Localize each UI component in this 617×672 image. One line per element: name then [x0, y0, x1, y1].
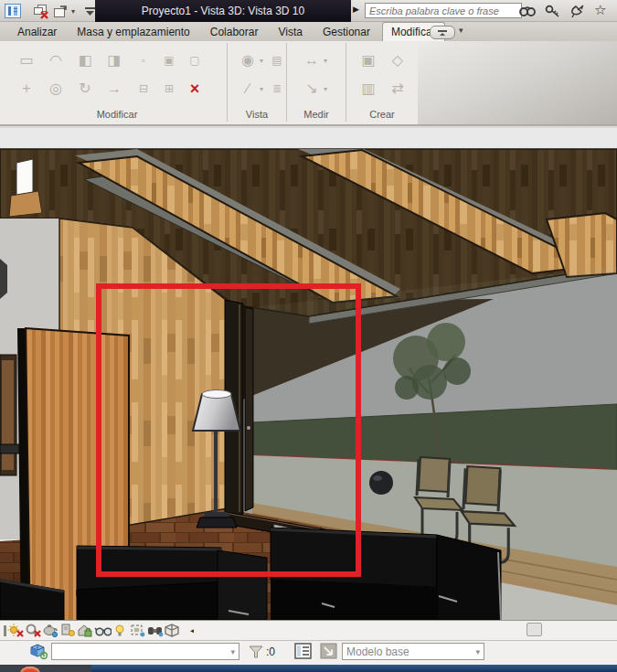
filter-icon[interactable]: [249, 645, 264, 659]
offset-tool[interactable]: ◎: [42, 77, 69, 101]
window-mullion[interactable]: [245, 307, 253, 511]
revit-window: ▾ Proyecto1 - Vista 3D: Vista 3D 10 ▶ ☆ …: [0, 0, 617, 672]
search-input[interactable]: [365, 3, 522, 18]
temporary-hide-isolate-icon[interactable]: [94, 623, 112, 639]
measure-between-caret[interactable]: ▾: [324, 85, 331, 93]
switch-windows-icon[interactable]: [51, 3, 69, 19]
shadows-off-icon[interactable]: [25, 623, 42, 639]
wall-joins-tool[interactable]: ▭: [13, 48, 40, 72]
key-icon[interactable]: [543, 3, 563, 19]
reveal-hidden-elements-icon[interactable]: [112, 623, 129, 639]
wall-detail-wood: [9, 191, 42, 217]
lamp-shade-top: [202, 390, 231, 399]
favorites-star-icon[interactable]: ☆: [594, 2, 606, 18]
lighting-tool[interactable]: ◉: [234, 48, 261, 72]
worksets-icon[interactable]: [30, 643, 48, 661]
switch-windows-caret[interactable]: ▾: [71, 7, 75, 16]
locked-3d-view-icon[interactable]: [77, 623, 94, 639]
align-tool[interactable]: →: [101, 77, 128, 101]
design-options-select[interactable]: Modelo base ▾: [342, 643, 484, 660]
window-title-text: Proyecto1 - Vista 3D: Vista 3D 10: [142, 5, 304, 17]
ribbon-empty-area: [418, 41, 617, 124]
taskbar-left-segment: [0, 665, 91, 672]
worksets-select[interactable]: ▾: [51, 643, 239, 660]
measure-between-tool[interactable]: ↘: [298, 77, 325, 101]
horizontal-scrollbar-track[interactable]: [194, 622, 617, 638]
worksets-caret[interactable]: ▾: [230, 647, 235, 656]
windows-taskbar: [0, 665, 617, 672]
scale-partial-icon[interactable]: [0, 623, 7, 639]
tab-masa-y-emplazamiento[interactable]: Masa y emplazamiento: [69, 23, 197, 41]
ribbon-state-toggle[interactable]: [430, 26, 455, 39]
lamp-pole: [214, 428, 218, 519]
array-tool[interactable]: ⊞: [155, 77, 183, 101]
title-expand-arrow[interactable]: ▶: [353, 5, 359, 14]
split-element-tool[interactable]: ▫: [130, 48, 157, 72]
move-tool[interactable]: +: [13, 77, 40, 101]
panel-label-modificar[interactable]: Modificar: [7, 109, 227, 120]
design-options-caret[interactable]: ▾: [475, 647, 480, 656]
measure-tool[interactable]: ↔: [298, 48, 325, 72]
rendering-dialog-icon[interactable]: [42, 623, 59, 639]
tab-vista[interactable]: Vista: [270, 23, 310, 41]
tab-analizar[interactable]: Analizar: [9, 23, 65, 41]
cope-tool[interactable]: ◠: [42, 48, 69, 72]
press-drag-icon[interactable]: [320, 643, 338, 660]
viewport-3d[interactable]: [0, 128, 617, 620]
create-parts-tool[interactable]: ⇄: [384, 77, 411, 101]
close-hidden-windows-icon[interactable]: [31, 3, 49, 19]
measure-caret[interactable]: ▾: [324, 57, 331, 65]
trim-extend-tool[interactable]: ▣: [155, 48, 183, 72]
join-geometry-tool[interactable]: ◨: [101, 48, 128, 72]
design-option-value: Modelo base: [346, 645, 410, 658]
create-similar-tool[interactable]: ◇: [384, 48, 411, 72]
horizontal-scrollbar-thumb[interactable]: [527, 623, 542, 636]
properties-palette-icon[interactable]: [294, 643, 313, 660]
view-cube-icon[interactable]: [164, 623, 181, 639]
panel-label-medir[interactable]: Medir: [287, 109, 346, 120]
wall-corner-shadow: [0, 259, 7, 299]
properties-icon[interactable]: [4, 3, 22, 19]
crop-region-size-icon[interactable]: [129, 623, 146, 639]
tab-gestionar[interactable]: Gestionar: [314, 23, 378, 41]
filter-count[interactable]: :0: [266, 645, 275, 658]
unpin-tool[interactable]: ▢: [181, 48, 208, 72]
ribbon-state-caret[interactable]: ▾: [459, 26, 463, 35]
mirror-tool[interactable]: ⊟: [130, 77, 157, 101]
search-icon[interactable]: [517, 3, 537, 19]
worksharing-display-icon[interactable]: [146, 623, 164, 639]
graphics-display-tool[interactable]: ∕: [234, 77, 261, 101]
cut-geometry-tool[interactable]: ◧: [71, 48, 99, 72]
window-handle[interactable]: [247, 426, 250, 430]
panel-label-crear[interactable]: Crear: [346, 109, 418, 120]
ribbon-tab-row: Analizar Masa y emplazamiento Colaborar …: [0, 22, 617, 41]
sun-path-off-icon[interactable]: [7, 623, 25, 639]
lamp-base-top: [203, 512, 230, 517]
communication-center-icon[interactable]: [569, 3, 589, 19]
create-group-tool[interactable]: ▣: [355, 48, 382, 72]
quick-access-toolbar: ▾: [4, 3, 101, 19]
delete-tool[interactable]: ×: [181, 77, 208, 101]
lamp-shade: [193, 394, 240, 431]
create-assembly-tool[interactable]: ▥: [355, 77, 382, 101]
panel-label-vista[interactable]: Vista: [228, 109, 286, 120]
rotate-tool[interactable]: ↻: [71, 77, 99, 101]
window-title: Proyecto1 - Vista 3D: Vista 3D 10: [95, 0, 351, 22]
lamp-base: [197, 517, 237, 528]
crop-view-icon[interactable]: [59, 623, 77, 639]
tab-colaborar[interactable]: Colaborar: [202, 23, 267, 41]
